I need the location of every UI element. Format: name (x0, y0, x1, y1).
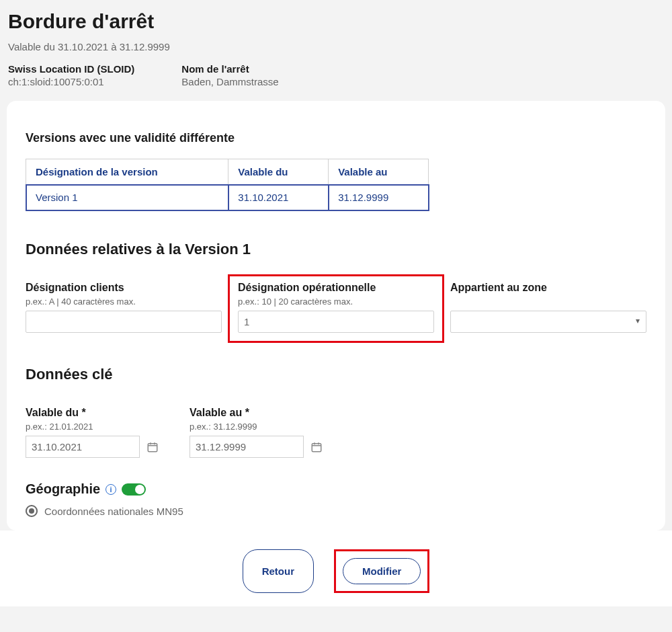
stop-name-label: Nom de l'arrêt (181, 63, 278, 75)
modify-button-highlight: Modifier (334, 549, 429, 593)
cell-valid-to: 31.12.9999 (329, 185, 429, 210)
versions-table: Désignation de la version Valable du Val… (26, 159, 429, 210)
client-designation-hint: p.ex.: A | 40 caractères max. (26, 297, 222, 307)
cell-designation: Version 1 (26, 185, 228, 210)
valid-from-input[interactable] (26, 436, 140, 458)
operational-designation-highlight: Désignation opérationnelle p.ex.: 10 | 2… (228, 274, 444, 343)
col-valid-to[interactable]: Valable au (329, 159, 429, 185)
operational-designation-input[interactable] (238, 311, 434, 333)
table-row[interactable]: Version 1 31.10.2021 31.12.9999 (26, 185, 429, 210)
calendar-icon[interactable] (146, 441, 159, 453)
operational-designation-hint: p.ex.: 10 | 20 caractères max. (238, 297, 434, 307)
sloid-label: Swiss Location ID (SLOID) (8, 63, 134, 75)
sloid-value: ch:1:sloid:10075:0:01 (8, 76, 134, 87)
geography-toggle[interactable] (122, 483, 146, 496)
coord-radio-label: Coordonnées nationales MN95 (44, 506, 183, 517)
calendar-icon[interactable] (310, 441, 323, 453)
info-icon[interactable]: i (106, 484, 116, 495)
cell-valid-from: 31.10.2021 (228, 185, 329, 210)
modify-button[interactable]: Modifier (343, 558, 421, 584)
col-valid-from[interactable]: Valable du (228, 159, 329, 185)
zone-select[interactable] (450, 311, 646, 333)
versions-section-title: Versions avec une validité différente (26, 131, 646, 145)
geography-title: Géographie (26, 481, 100, 497)
valid-to-hint: p.ex.: 31.12.9999 (190, 422, 337, 432)
validity-range: Valable du 31.10.2021 à 31.12.9999 (8, 41, 664, 52)
back-button[interactable]: Retour (243, 549, 314, 593)
svg-rect-0 (148, 443, 157, 451)
valid-to-input[interactable] (190, 436, 304, 458)
key-data-section-title: Données clé (26, 366, 646, 383)
valid-to-label: Valable au * (190, 407, 337, 419)
stop-name-value: Baden, Dammstrasse (181, 76, 278, 87)
page-title: Bordure d'arrêt (8, 10, 664, 33)
client-designation-input[interactable] (26, 311, 222, 333)
valid-from-hint: p.ex.: 21.01.2021 (26, 422, 173, 432)
valid-from-label: Valable du * (26, 407, 173, 419)
col-designation[interactable]: Désignation de la version (26, 159, 228, 185)
operational-designation-label: Désignation opérationnelle (238, 282, 434, 294)
version-data-section-title: Données relatives à la Version 1 (26, 241, 646, 258)
client-designation-label: Désignation clients (26, 282, 222, 294)
zone-label: Appartient au zone (450, 282, 646, 294)
zone-hint-spacer (450, 297, 646, 307)
svg-rect-1 (312, 443, 321, 451)
coord-radio[interactable] (26, 505, 38, 517)
